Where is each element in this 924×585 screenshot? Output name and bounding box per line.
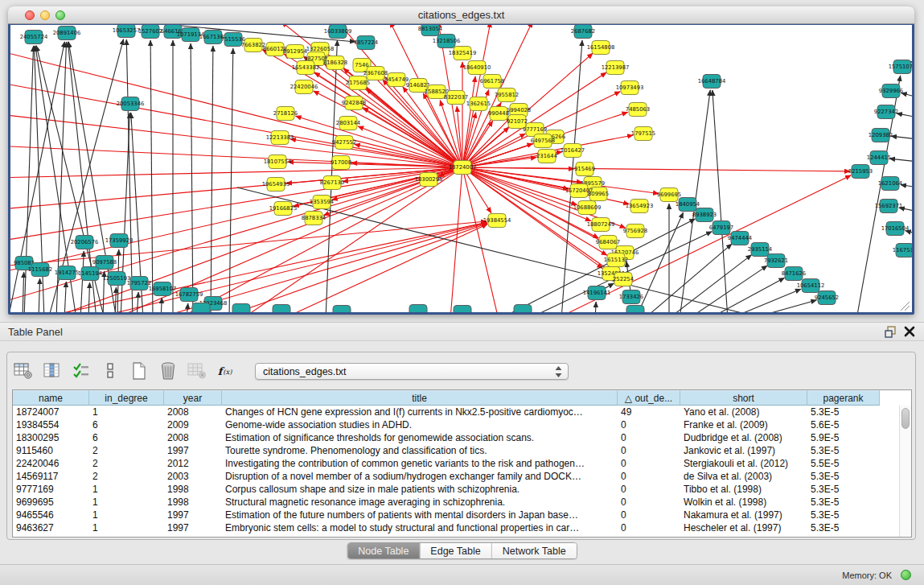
graph-node[interactable]: 10973493	[616, 81, 644, 95]
table-cell[interactable]: 1998	[164, 496, 222, 509]
graph-edge[interactable]	[688, 266, 767, 312]
scrollbar-thumb[interactable]	[901, 408, 910, 429]
table-cell[interactable]: 1997	[164, 521, 222, 534]
graph-node[interactable]: 1588520	[425, 85, 449, 99]
graph-node[interactable]: 7857224	[354, 36, 378, 50]
graph-node[interactable]: 8454749	[384, 73, 409, 87]
graph-node[interactable]: 2718126	[273, 107, 298, 121]
graph-node[interactable]: 1840954	[676, 198, 700, 212]
graph-edge[interactable]	[39, 278, 40, 312]
graph-node[interactable]: 10688609	[573, 201, 602, 215]
table-cell[interactable]: 5.3E-5	[807, 521, 880, 534]
graph-node[interactable]: 16033809	[324, 25, 352, 39]
graph-node[interactable]: 1797515	[631, 127, 655, 141]
graph-edge[interactable]	[217, 224, 487, 312]
graph-node[interactable]: 18807249	[587, 218, 615, 232]
window-titlebar[interactable]: citations_edges.txt	[8, 6, 914, 24]
table-cell[interactable]: 2009	[164, 418, 222, 431]
table-cell[interactable]: 0	[618, 496, 680, 509]
graph-edge[interactable]	[595, 302, 596, 312]
table-cell[interactable]: 5.3E-5	[807, 509, 880, 521]
graph-edge[interactable]	[150, 40, 153, 312]
table-cell[interactable]: 6	[89, 431, 164, 444]
column-header-in_degree[interactable]: in_degree	[89, 390, 164, 406]
graph-node[interactable]: 20891406	[53, 27, 81, 40]
table-cell[interactable]: 0	[618, 521, 680, 534]
table-cell[interactable]: 22420046	[13, 457, 89, 470]
table-cell[interactable]: 5.9E-5	[807, 431, 880, 444]
graph-node[interactable]: 17359928	[105, 234, 133, 248]
graph-node[interactable]: 6961758	[480, 75, 504, 89]
table-cell[interactable]: 1998	[164, 483, 222, 496]
graph-edge[interactable]	[899, 208, 912, 212]
table-cell[interactable]: Disruption of a novel member of a sodium…	[222, 470, 618, 483]
graph-edge[interactable]	[891, 136, 912, 139]
graph-node[interactable]: 921072	[507, 115, 528, 129]
graph-node[interactable]: 9329966	[879, 84, 903, 98]
graph-node[interactable]: 9245652	[815, 291, 839, 305]
tab-network-table[interactable]: Network Table	[491, 543, 577, 558]
show-columns-icon[interactable]	[43, 361, 62, 381]
graph-node[interactable]: 7515536	[221, 33, 245, 47]
column-pair-icon[interactable]	[101, 361, 120, 381]
table-cell[interactable]: 5.3E-5	[807, 483, 880, 496]
graph-node[interactable]: 6479197	[709, 221, 733, 235]
graph-edge[interactable]	[80, 251, 84, 312]
table-cell[interactable]: Tibbo et al. (1998)	[680, 483, 807, 496]
memory-status-indicator[interactable]	[901, 570, 911, 580]
graph-node[interactable]: 2175685	[346, 76, 370, 90]
table-cell[interactable]: 9463627	[13, 521, 89, 534]
graph-node[interactable]: 9699695	[657, 188, 681, 202]
graph-edge[interactable]	[137, 292, 138, 312]
table-cell[interactable]: Hescheler et al. (1997)	[680, 521, 807, 534]
table-cell[interactable]: Structural magnetic resonance image aver…	[222, 496, 618, 509]
table-cell[interactable]: 2	[89, 444, 164, 457]
graph-node[interactable]: 1209382	[869, 129, 893, 142]
graph-node[interactable]: 7485063	[626, 103, 650, 117]
graph-node[interactable]: 9427552	[332, 136, 356, 150]
graph-node[interactable]: 8660128	[263, 43, 287, 56]
column-header-short[interactable]: short	[680, 390, 807, 406]
table-cell[interactable]: 1	[89, 483, 164, 496]
graph-node[interactable]: 8186328	[323, 56, 347, 70]
table-cell[interactable]: 9115460	[13, 444, 89, 457]
function-builder-icon[interactable]: f (x)	[216, 361, 236, 381]
graph-edge[interactable]	[906, 231, 912, 234]
graph-edge[interactable]	[88, 223, 487, 312]
graph-edge[interactable]	[10, 167, 462, 178]
graph-node[interactable]: 7955812	[495, 89, 519, 102]
tab-edge-table[interactable]: Edge Table	[419, 543, 491, 558]
table-cell[interactable]: 1	[89, 521, 164, 534]
graph-node[interactable]: 9474444	[728, 232, 752, 245]
graph-node[interactable]	[273, 305, 290, 313]
table-cell[interactable]: 2012	[164, 457, 222, 470]
graph-node[interactable]: 19166825	[269, 202, 298, 216]
graph-edge[interactable]	[748, 300, 816, 312]
graph-node[interactable]: 18640910	[463, 61, 491, 75]
graph-node[interactable]	[409, 305, 427, 313]
graph-node[interactable]: 8878334	[302, 212, 326, 225]
graph-node[interactable]: 1016427	[561, 144, 585, 158]
table-cell[interactable]: 0	[618, 457, 680, 470]
graph-edge[interactable]	[462, 167, 577, 205]
graph-edge[interactable]	[103, 271, 105, 312]
table-cell[interactable]: 14569117	[13, 470, 89, 483]
table-cell[interactable]: 9699695	[13, 496, 89, 509]
graph-edge[interactable]	[323, 167, 462, 215]
graph-node[interactable]: 16671385	[199, 31, 228, 44]
graph-edge[interactable]	[462, 167, 659, 194]
table-row[interactable]: 969969511998Structural magnetic resonanc…	[13, 496, 899, 509]
graph-edge[interactable]	[728, 289, 801, 312]
graph-node[interactable]: 6497568	[531, 134, 555, 148]
graph-edge[interactable]	[88, 282, 90, 312]
graph-node[interactable]: 18325419	[449, 47, 477, 60]
table-cell[interactable]: 18300295	[13, 431, 89, 444]
table-cell[interactable]: 1997	[164, 509, 222, 521]
graph-node[interactable]: 1362615	[466, 97, 491, 111]
table-cell[interactable]: Stergiakouli et al. (2012)	[680, 457, 807, 470]
graph-node[interactable]: 915469	[574, 163, 595, 176]
graph-node[interactable]: 917008	[331, 156, 351, 170]
float-panel-icon[interactable]	[884, 326, 897, 339]
table-cell[interactable]: 9465546	[13, 509, 89, 521]
table-cell[interactable]: 1	[89, 406, 164, 418]
